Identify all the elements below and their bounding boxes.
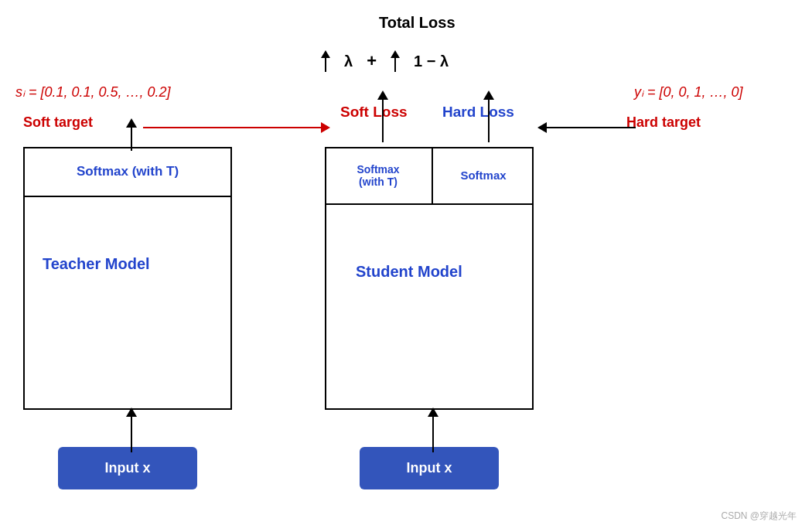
student-t-up-arrow xyxy=(377,90,388,142)
oml-arrow-head xyxy=(391,50,400,58)
plus-label: + xyxy=(367,51,377,71)
hard-arrow-head xyxy=(537,122,547,133)
input-teacher-label: Input x xyxy=(105,460,151,476)
total-loss-label: Total Loss xyxy=(379,14,455,32)
input-student-label: Input x xyxy=(407,460,452,476)
one-minus-lambda-arrow-up xyxy=(391,50,400,72)
student-softmax-label: Softmax xyxy=(460,169,506,182)
student-up-shaft xyxy=(488,100,490,142)
lambda-arrow-head xyxy=(321,50,330,58)
teacher-softmax-area: Softmax (with T) xyxy=(23,147,232,197)
input-student-up-shaft xyxy=(432,417,434,452)
oml-arrow-shaft xyxy=(394,58,396,72)
lambda-label: λ xyxy=(344,53,353,70)
teacher-up-head xyxy=(126,118,137,128)
teacher-up-shaft xyxy=(131,128,132,151)
input-teacher-box: Input x xyxy=(58,447,197,489)
teacher-up-arrow xyxy=(126,118,137,151)
soft-target-arrow xyxy=(143,122,330,133)
soft-loss-label: Soft Loss xyxy=(340,104,408,121)
one-minus-lambda-label: 1 − λ xyxy=(414,53,449,70)
hard-target-label: Hard target xyxy=(626,114,701,131)
student-up-head xyxy=(483,90,494,100)
lambda-arrow-shaft xyxy=(325,58,326,72)
soft-arrow-head xyxy=(321,122,330,133)
student-softmax-area: Softmax xyxy=(433,147,534,205)
student-t-up-head xyxy=(377,90,388,100)
student-t-up-shaft xyxy=(382,100,384,142)
student-up-arrow xyxy=(483,90,494,142)
yi-equation: yᵢ = [0, 0, 1, …, 0] xyxy=(634,84,743,101)
soft-arrow-line xyxy=(143,127,321,128)
student-model-label: Student Model xyxy=(356,263,462,281)
lambda-arrow-up xyxy=(321,50,330,72)
input-teacher-up-shaft xyxy=(131,417,132,452)
student-softmax-t-area: Softmax(with T) xyxy=(325,147,433,205)
teacher-softmax-label: Softmax (with T) xyxy=(77,164,179,179)
input-teacher-up-arrow xyxy=(126,408,137,452)
input-student-box: Input x xyxy=(360,447,499,489)
input-teacher-up-head xyxy=(126,408,137,417)
student-softmax-t-label: Softmax(with T) xyxy=(357,163,399,188)
hard-arrow-line xyxy=(547,127,636,128)
soft-target-label: Soft target xyxy=(23,114,93,131)
lambda-row: λ + 1 − λ xyxy=(321,50,449,72)
diagram: Total Loss λ + 1 − λ sᵢ = [0.1, 0.1, 0.5… xyxy=(0,0,812,532)
input-student-up-head xyxy=(428,408,438,417)
si-equation: sᵢ = [0.1, 0.1, 0.5, …, 0.2] xyxy=(15,84,171,101)
hard-target-arrow xyxy=(537,122,636,133)
input-student-up-arrow xyxy=(428,408,438,452)
watermark: CSDN @穿越光年 xyxy=(721,510,797,523)
teacher-model-label: Teacher Model xyxy=(43,255,150,273)
hard-loss-label: Hard Loss xyxy=(442,104,514,121)
